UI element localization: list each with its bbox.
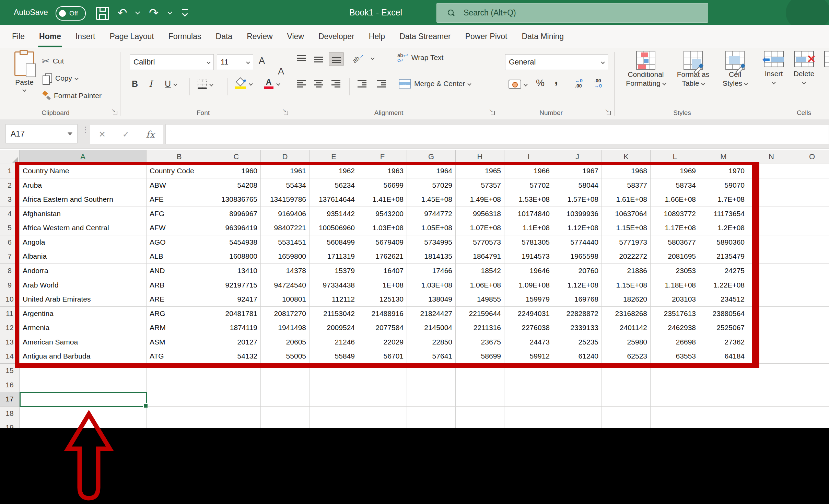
font-color-button[interactable]: A [264,78,280,89]
align-center-button[interactable] [314,80,324,89]
cell-L11[interactable]: 23517613 [651,307,699,321]
cell-H1[interactable]: 1965 [456,164,504,178]
select-all-button[interactable] [0,150,20,164]
cell-H14[interactable]: 58699 [456,349,504,364]
cell-D5[interactable]: 98407221 [261,221,310,235]
cell-M16[interactable] [699,378,748,392]
cell-O10[interactable] [795,292,829,307]
cell-J14[interactable]: 61240 [553,349,602,364]
column-header-D[interactable]: D [261,150,310,164]
cell-A14[interactable]: Antigua and Barbuda [20,349,147,364]
row-header-2[interactable]: 2 [0,178,20,193]
column-header-L[interactable]: L [651,150,699,164]
cell-F10[interactable]: 125130 [358,292,407,307]
cell-I10[interactable]: 159979 [504,292,553,307]
format-cells-button[interactable]: Fo [822,51,829,78]
cell-N3[interactable] [748,192,795,207]
cell-N15[interactable] [748,364,795,378]
cell-C15[interactable] [212,364,261,378]
cell-J2[interactable]: 58044 [553,178,602,193]
cell-C12[interactable]: 1874119 [212,321,261,335]
cell-N5[interactable] [748,221,795,235]
cell-K3[interactable]: 1.61E+08 [602,192,651,207]
cell-L12[interactable]: 2462938 [651,321,699,335]
tab-formulas[interactable]: Formulas [161,25,209,48]
cell-C10[interactable]: 92417 [212,292,261,307]
cell-E15[interactable] [310,364,358,378]
cell-H4[interactable]: 9956318 [456,207,504,221]
insert-cells-button[interactable]: ⬅ Insert [761,51,786,84]
cell-C11[interactable]: 20481781 [212,307,261,321]
cell-E7[interactable]: 1711319 [310,249,358,264]
cell-K6[interactable]: 5771973 [602,235,651,250]
cell-A13[interactable]: American Samoa [20,335,147,350]
cell-L14[interactable]: 63553 [651,349,699,364]
cell-O9[interactable] [795,278,829,293]
cell-A9[interactable]: Arab World [20,278,147,293]
cell-G9[interactable]: 1.03E+08 [407,278,456,293]
cell-L5[interactable]: 1.17E+08 [651,221,699,235]
wrap-text-button[interactable]: ab⮐ c⤶ Wrap Text [397,53,443,62]
cell-I5[interactable]: 1.1E+08 [504,221,553,235]
cell-M18[interactable] [699,407,748,421]
cancel-icon[interactable]: ✕ [98,129,106,139]
cell-K14[interactable]: 62523 [602,349,651,364]
cell-F2[interactable]: 56699 [358,178,407,193]
cell-E5[interactable]: 100506960 [310,221,358,235]
tab-power-pivot[interactable]: Power Pivot [458,25,515,48]
cell-E6[interactable]: 5608499 [310,235,358,250]
column-header-G[interactable]: G [407,150,456,164]
cell-F3[interactable]: 1.41E+08 [358,192,407,207]
cell-M9[interactable]: 1.22E+08 [699,278,748,293]
cell-I13[interactable]: 24473 [504,335,553,350]
cell-A1[interactable]: Country Name [20,164,147,178]
cell-B6[interactable]: AGO [147,235,212,250]
cut-button[interactable]: ✂ Cut [42,56,64,67]
cell-J12[interactable]: 2339133 [553,321,602,335]
cell-F11[interactable]: 21488916 [358,307,407,321]
cell-F15[interactable] [358,364,407,378]
cell-G6[interactable]: 5734995 [407,235,456,250]
cell-H17[interactable] [456,392,504,407]
cell-J7[interactable]: 1965598 [553,249,602,264]
cell-D15[interactable] [261,364,310,378]
cell-K17[interactable] [602,392,651,407]
name-box[interactable]: A17 [5,124,78,143]
format-as-table-button[interactable]: Format as Table [672,51,714,88]
cell-O18[interactable] [795,407,829,421]
cell-L9[interactable]: 1.18E+08 [651,278,699,293]
align-left-button[interactable] [296,80,307,89]
row-header-12[interactable]: 12 [0,321,20,335]
cell-J8[interactable]: 20760 [553,264,602,278]
cell-N9[interactable] [748,278,795,293]
cell-L8[interactable]: 23053 [651,264,699,278]
cell-J9[interactable]: 1.12E+08 [553,278,602,293]
column-header-J[interactable]: J [553,150,602,164]
cell-I4[interactable]: 10174840 [504,207,553,221]
cell-D1[interactable]: 1961 [261,164,310,178]
tab-help[interactable]: Help [362,25,392,48]
cell-N14[interactable] [748,349,795,364]
column-header-I[interactable]: I [504,150,553,164]
cell-O5[interactable] [795,221,829,235]
cell-F4[interactable]: 9543200 [358,207,407,221]
cell-E14[interactable]: 55849 [310,349,358,364]
redo-icon[interactable]: ↷ [149,0,159,25]
row-header-14[interactable]: 14 [0,349,20,364]
cell-G12[interactable]: 2145004 [407,321,456,335]
cell-I1[interactable]: 1966 [504,164,553,178]
cell-D16[interactable] [261,378,310,392]
cell-F6[interactable]: 5679409 [358,235,407,250]
column-header-F[interactable]: F [358,150,407,164]
cell-D12[interactable]: 1941498 [261,321,310,335]
cell-H3[interactable]: 1.49E+08 [456,192,504,207]
cell-N16[interactable] [748,378,795,392]
cell-L16[interactable] [651,378,699,392]
undo-icon[interactable]: ↶ [117,0,127,25]
cell-B8[interactable]: AND [147,264,212,278]
conditional-formatting-button[interactable]: Conditional Formatting [622,51,670,88]
cell-L3[interactable]: 1.66E+08 [651,192,699,207]
cell-I9[interactable]: 1.09E+08 [504,278,553,293]
cell-F13[interactable]: 22029 [358,335,407,350]
save-icon[interactable] [96,7,109,20]
